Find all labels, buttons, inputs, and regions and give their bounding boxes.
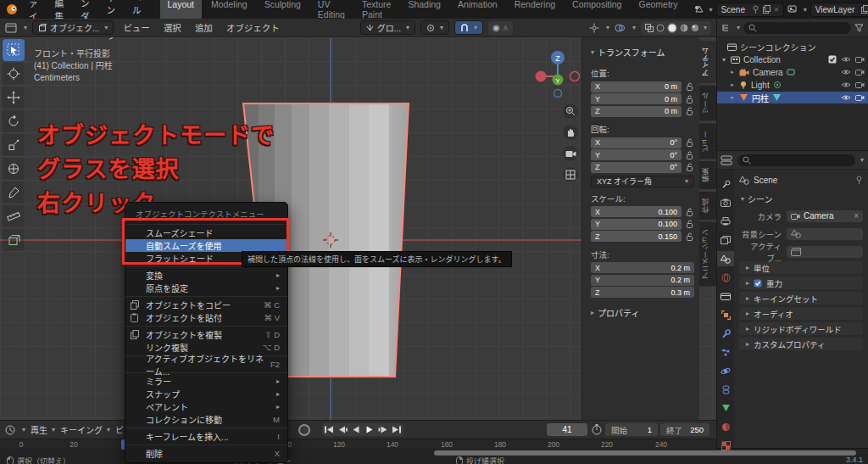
menu-item-snap[interactable]: スナップ▸	[125, 388, 287, 400]
collection-tab-icon[interactable]	[717, 288, 734, 304]
outliner-funnel-icon[interactable]	[854, 24, 864, 32]
outliner-filter-icon[interactable]	[721, 23, 732, 32]
viewlayer-caret[interactable]: ▾	[804, 6, 807, 14]
viewlayer-selector[interactable]: ViewLayer ×	[810, 3, 868, 17]
lock-icon[interactable]	[685, 138, 694, 147]
dimensions-x-field[interactable]: X0.2 m	[591, 262, 694, 273]
play-button[interactable]	[363, 423, 376, 436]
panel-audio[interactable]: ▸オーディオ	[739, 307, 863, 320]
pin-icon[interactable]	[855, 176, 863, 184]
eye-icon[interactable]	[841, 69, 851, 75]
active-clip-field[interactable]	[787, 246, 863, 258]
cursor-tool[interactable]	[3, 63, 25, 85]
editor-type-caret[interactable]: ▾	[24, 24, 27, 31]
proportional-editing[interactable]: ◉ ∧	[488, 21, 513, 35]
pan-hand-icon[interactable]	[563, 125, 578, 140]
physics-tab-icon[interactable]	[717, 363, 734, 378]
shading-caret[interactable]: ▾	[704, 24, 707, 31]
editor-type-icon[interactable]	[5, 23, 17, 33]
snapping-toggle[interactable]: ▾	[454, 20, 483, 35]
clear-camera-icon[interactable]: ×	[854, 211, 859, 221]
breadcrumb-scene[interactable]: Scene	[754, 176, 777, 185]
menu-item-copy-object[interactable]: オブジェクトをコピー⌘ C	[125, 299, 287, 311]
menu-select[interactable]: 選択	[159, 20, 186, 36]
menu-item-convert[interactable]: 変換▸	[125, 269, 287, 282]
panel-units[interactable]: ▸単位	[739, 261, 863, 274]
texture-tab-icon[interactable]	[717, 438, 734, 453]
overlays-caret[interactable]: ▾	[632, 24, 636, 31]
material-shading-icon[interactable]	[680, 24, 688, 32]
menu-item-set-origin[interactable]: 原点を設定▸	[125, 282, 287, 294]
outliner-search-input[interactable]	[743, 22, 851, 34]
world-tab-icon[interactable]	[717, 270, 734, 285]
camera-row[interactable]: ▸ Camera	[717, 66, 868, 78]
properties-subpanel-label[interactable]: プロパティ	[598, 306, 639, 319]
jump-to-start-button[interactable]	[322, 423, 336, 436]
location-y-field[interactable]: Y0 m	[591, 93, 682, 104]
material-tab-icon[interactable]	[717, 419, 734, 434]
lock-icon[interactable]	[685, 163, 694, 171]
menu-item-duplicate-object[interactable]: オブジェクトを複製⇧ D	[125, 328, 287, 341]
dimensions-z-field[interactable]: Z0.3 m	[591, 287, 694, 298]
rotation-y-field[interactable]: Y0°	[591, 149, 682, 160]
camera-restrict-icon[interactable]	[855, 69, 865, 75]
scene-browse-icon[interactable]	[693, 4, 704, 14]
rendered-shading-icon[interactable]	[691, 24, 699, 32]
scene-selector[interactable]: Scene ×	[716, 3, 784, 17]
select-box-tool[interactable]	[3, 39, 25, 61]
menu-item-parent[interactable]: ペアレント▸	[125, 400, 287, 413]
scale-y-field[interactable]: Y0.100	[591, 219, 682, 230]
new-scene-icon[interactable]	[763, 5, 771, 14]
eye-icon[interactable]	[841, 81, 851, 88]
tool-tab-icon[interactable]	[717, 176, 734, 192]
tab-item[interactable]: アイテム	[699, 41, 716, 83]
camera-restrict-icon[interactable]	[855, 56, 865, 63]
mode-selector[interactable]: オブジェク... ▾	[32, 20, 114, 35]
menu-item-delete[interactable]: 削除X	[125, 447, 287, 460]
lock-icon[interactable]	[685, 82, 694, 91]
scene-panel-header[interactable]: ▾ シーン	[739, 192, 863, 205]
eye-icon[interactable]	[841, 94, 851, 101]
timeline-editor-icon[interactable]	[5, 425, 15, 435]
properties-expand-icon[interactable]: ▸	[591, 309, 594, 316]
properties-options-caret[interactable]: ▾	[860, 156, 864, 164]
camera-field[interactable]: Camera ×	[787, 210, 863, 222]
rotation-mode-dropdown[interactable]: XYZ オイラー角▾	[591, 176, 694, 187]
collection-row[interactable]: ▼ Collection	[717, 53, 868, 65]
viewport-3d[interactable]: フロント・平行投影 (41) Collection | 円柱 Centimete…	[0, 37, 716, 420]
camera-restrict-icon[interactable]	[855, 81, 865, 88]
panel-gravity[interactable]: ▸重力	[739, 277, 863, 289]
frame-end-field[interactable]: 終了250	[660, 423, 709, 436]
tab-create[interactable]: 作成	[699, 192, 716, 220]
timeline-editor-caret[interactable]: ▾	[22, 426, 25, 433]
menu-item-paste-object[interactable]: オブジェクトを貼付⌘ V	[125, 311, 287, 324]
tab-animation[interactable]: アニメーション	[699, 222, 716, 287]
pivot-point[interactable]: ▾	[420, 20, 449, 35]
menu-add[interactable]: 追加	[191, 20, 217, 36]
modifiers-tab-icon[interactable]	[717, 326, 734, 341]
scale-x-field[interactable]: X0.100	[591, 206, 682, 217]
object-tab-icon[interactable]	[717, 307, 734, 322]
show-gizmo-icon[interactable]	[589, 23, 599, 33]
timeline-ruler[interactable]: 0 20 100 120 140 160 180 200 220 240 41	[0, 439, 716, 449]
tab-edit[interactable]: 編集	[699, 161, 716, 189]
jump-to-end-button[interactable]	[390, 423, 403, 436]
rotation-x-field[interactable]: X0°	[591, 137, 682, 148]
solid-shading-icon[interactable]	[667, 23, 677, 33]
scene-tab-icon[interactable]	[717, 251, 734, 266]
menu-keying[interactable]: キーイング▾	[60, 423, 110, 436]
scale-tool[interactable]	[3, 134, 25, 156]
expand-arrow-icon[interactable]: ▸	[729, 69, 736, 75]
panel-rigid-body-world[interactable]: ▸リジッドボディワールド	[739, 322, 863, 335]
viewlayer-icon[interactable]	[787, 5, 798, 14]
output-tab-icon[interactable]	[717, 214, 734, 229]
properties-search-input[interactable]	[737, 154, 855, 166]
rotation-z-field[interactable]: Z0°	[591, 162, 682, 173]
location-x-field[interactable]: X0 m	[591, 81, 682, 92]
gravity-checkbox[interactable]	[754, 279, 762, 288]
tab-view[interactable]: ビュー	[699, 124, 716, 159]
collapse-arrow-icon[interactable]: ▼	[721, 57, 727, 63]
lock-icon[interactable]	[685, 151, 694, 159]
lock-icon[interactable]	[685, 232, 694, 241]
prev-keyframe-button[interactable]	[336, 423, 349, 436]
